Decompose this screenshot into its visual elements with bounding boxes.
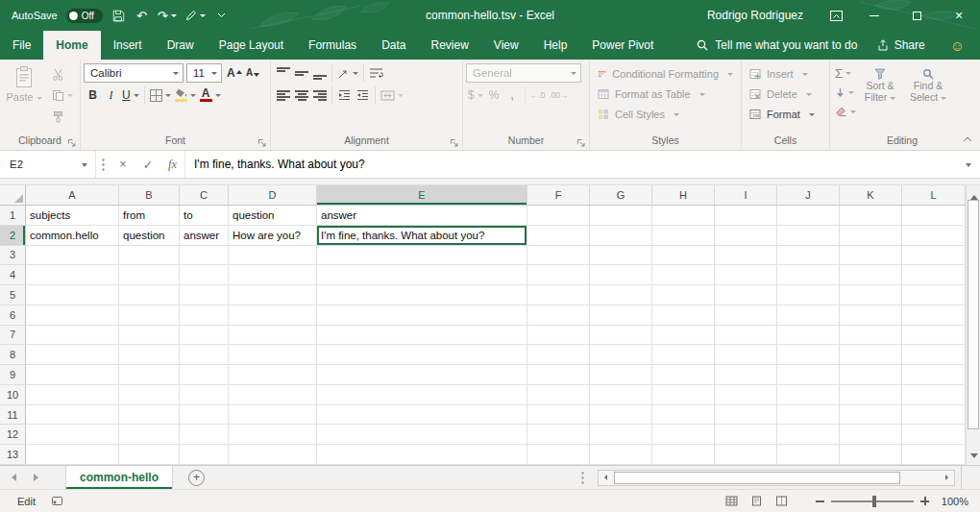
cell-H8[interactable]	[652, 345, 715, 365]
cell-C2[interactable]: answer	[180, 226, 229, 246]
cell-D8[interactable]	[229, 345, 317, 365]
cell-J3[interactable]	[777, 246, 840, 266]
cell-G1[interactable]	[590, 206, 652, 226]
cell-C11[interactable]	[180, 405, 229, 426]
cell-I5[interactable]	[715, 285, 777, 305]
cell-C3[interactable]	[180, 246, 229, 266]
row-header-6[interactable]: 6	[0, 305, 26, 326]
ribbon-tab-power-pivot[interactable]: Power Pivot	[579, 31, 666, 60]
cell-J4[interactable]	[777, 265, 840, 285]
column-header-C[interactable]: C	[180, 185, 229, 206]
row-header-3[interactable]: 3	[0, 246, 26, 266]
cell-B11[interactable]	[119, 405, 180, 426]
cell-E13[interactable]	[317, 445, 527, 465]
cell-I13[interactable]	[715, 445, 777, 465]
cell-A8[interactable]	[26, 345, 119, 365]
column-header-E[interactable]: E	[317, 185, 527, 206]
format-painter-button[interactable]	[49, 106, 76, 127]
page-break-view-button[interactable]	[771, 492, 792, 511]
cell-G6[interactable]	[590, 305, 652, 326]
number-format-select[interactable]: General	[466, 63, 581, 83]
customize-qat-button[interactable]	[214, 5, 229, 26]
vertical-scrollbar[interactable]	[966, 185, 980, 465]
row-header-5[interactable]: 5	[0, 285, 26, 305]
cell-L3[interactable]	[902, 246, 966, 266]
cell-B3[interactable]	[119, 246, 180, 266]
cell-K10[interactable]	[840, 385, 902, 405]
conditional-formatting-button[interactable]: Conditional Formatting	[593, 63, 738, 84]
cell-C9[interactable]	[180, 365, 229, 385]
macro-record-button[interactable]	[51, 496, 63, 506]
cell-J9[interactable]	[777, 365, 840, 385]
cell-A7[interactable]	[26, 326, 119, 346]
decrease-decimal-button[interactable]: .00→	[547, 85, 570, 105]
cell-E9[interactable]	[317, 365, 527, 385]
name-box[interactable]: E2	[0, 151, 96, 178]
cell-B10[interactable]	[119, 385, 180, 405]
cell-C1[interactable]: to	[180, 206, 229, 226]
cell-A10[interactable]	[26, 385, 119, 405]
cell-A6[interactable]	[26, 305, 119, 326]
increase-decimal-button[interactable]: ←.0	[528, 85, 548, 105]
font-size-select[interactable]: 11	[186, 63, 222, 83]
cell-D5[interactable]	[229, 285, 317, 305]
cell-L13[interactable]	[902, 445, 966, 465]
cell-J2[interactable]	[777, 226, 840, 246]
cell-K9[interactable]	[840, 365, 902, 385]
cell-E5[interactable]	[317, 285, 527, 305]
cell-F11[interactable]	[527, 405, 590, 426]
cell-H7[interactable]	[652, 326, 715, 346]
cell-A2[interactable]: common.hello	[26, 226, 119, 246]
cell-E10[interactable]	[317, 385, 527, 405]
cell-L11[interactable]	[902, 405, 966, 426]
cell-J13[interactable]	[777, 445, 840, 465]
cell-E7[interactable]	[317, 326, 527, 346]
column-header-L[interactable]: L	[902, 185, 966, 206]
decrease-indent-button[interactable]	[335, 85, 354, 105]
cell-D3[interactable]	[229, 246, 317, 266]
zoom-slider[interactable]	[831, 500, 914, 502]
cell-H13[interactable]	[652, 445, 715, 465]
alignment-dialog-launcher[interactable]	[450, 137, 459, 147]
cell-K7[interactable]	[840, 326, 902, 346]
cell-B7[interactable]	[119, 326, 180, 346]
select-all-button[interactable]	[0, 185, 26, 206]
cell-F3[interactable]	[527, 246, 590, 266]
zoom-level[interactable]: 100%	[936, 496, 968, 507]
cell-L6[interactable]	[902, 305, 966, 326]
autosum-button[interactable]: Σ	[833, 63, 856, 83]
cell-A11[interactable]	[26, 405, 119, 426]
clear-button[interactable]	[833, 102, 856, 121]
ribbon-tab-review[interactable]: Review	[418, 31, 480, 60]
font-name-select[interactable]: Calibri	[84, 63, 184, 83]
cell-L10[interactable]	[902, 385, 966, 405]
row-header-10[interactable]: 10	[0, 385, 26, 405]
cell-C13[interactable]	[180, 445, 229, 465]
cell-H1[interactable]	[652, 206, 715, 226]
top-align-button[interactable]	[274, 63, 292, 83]
cell-H5[interactable]	[652, 285, 715, 305]
italic-button[interactable]: I	[102, 85, 120, 105]
row-header-8[interactable]: 8	[0, 345, 26, 365]
page-layout-view-button[interactable]	[746, 492, 767, 511]
cell-L4[interactable]	[902, 265, 966, 285]
cell-I12[interactable]	[715, 425, 777, 445]
cell-G10[interactable]	[590, 385, 652, 405]
cell-H6[interactable]	[652, 305, 715, 326]
cell-I8[interactable]	[715, 345, 777, 365]
ribbon-tab-file[interactable]: File	[0, 31, 43, 60]
cell-A1[interactable]: subjects	[26, 206, 119, 226]
cell-H3[interactable]	[652, 246, 715, 266]
increase-indent-button[interactable]	[354, 85, 372, 105]
copy-button[interactable]	[49, 85, 76, 106]
sheet-nav-right-arrow[interactable]	[34, 471, 38, 484]
row-header-11[interactable]: 11	[0, 405, 26, 426]
cell-H4[interactable]	[652, 265, 715, 285]
cell-B4[interactable]	[119, 265, 180, 285]
font-dialog-launcher[interactable]	[257, 137, 267, 147]
cell-L1[interactable]	[902, 206, 966, 226]
ribbon-tab-page-layout[interactable]: Page Layout	[207, 31, 296, 60]
cell-D11[interactable]	[229, 405, 317, 426]
cell-G7[interactable]	[590, 326, 652, 346]
row-header-13[interactable]: 13	[0, 445, 26, 465]
